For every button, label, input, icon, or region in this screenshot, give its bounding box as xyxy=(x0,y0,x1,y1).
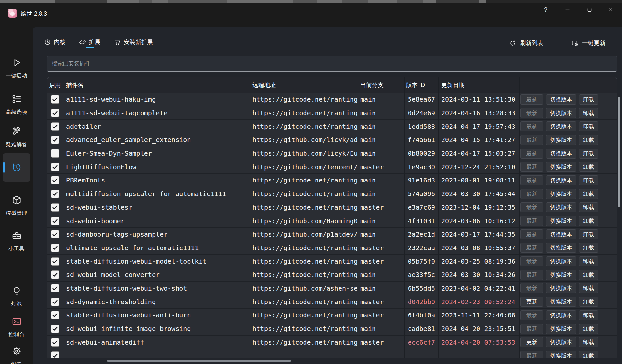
uninstall-button[interactable]: 卸载 xyxy=(579,149,598,159)
enable-checkbox[interactable] xyxy=(51,270,59,279)
latest-button[interactable]: 最新 xyxy=(520,216,543,226)
latest-button[interactable]: 最新 xyxy=(520,324,543,334)
refresh-list-button[interactable]: 刷新列表 xyxy=(509,37,543,49)
switch-version-button[interactable]: 切换版本 xyxy=(546,135,576,145)
sidebar-item-settings[interactable]: 设置 xyxy=(0,346,33,364)
enable-checkbox[interactable] xyxy=(51,95,59,104)
uninstall-button[interactable]: 卸载 xyxy=(579,351,598,358)
update-button[interactable]: 更新 xyxy=(520,337,543,347)
tab-extensions[interactable]: 扩展 xyxy=(79,36,100,48)
switch-version-button[interactable]: 切换版本 xyxy=(546,310,576,320)
sidebar-item-lightbulb[interactable]: 灯泡 xyxy=(0,286,33,307)
latest-button[interactable]: 最新 xyxy=(520,175,543,185)
uninstall-button[interactable]: 卸载 xyxy=(579,243,598,253)
uninstall-button[interactable]: 卸载 xyxy=(579,162,598,172)
switch-version-button[interactable]: 切换版本 xyxy=(546,189,576,199)
latest-button[interactable]: 最新 xyxy=(520,108,543,118)
latest-button[interactable]: 最新 xyxy=(520,243,543,253)
latest-button[interactable]: 最新 xyxy=(520,189,543,199)
uninstall-button[interactable]: 卸载 xyxy=(579,121,598,131)
switch-version-button[interactable]: 切换版本 xyxy=(546,202,576,212)
search-input[interactable] xyxy=(47,56,617,72)
latest-button[interactable]: 最新 xyxy=(520,162,543,172)
enable-checkbox[interactable] xyxy=(51,203,59,212)
uninstall-button[interactable]: 卸载 xyxy=(579,229,598,239)
enable-checkbox[interactable] xyxy=(51,311,59,319)
uninstall-button[interactable]: 卸载 xyxy=(579,189,598,199)
vertical-scrollbar-thumb[interactable] xyxy=(618,97,620,207)
switch-version-button[interactable]: 切换版本 xyxy=(546,149,576,159)
switch-version-button[interactable]: 切换版本 xyxy=(546,351,576,358)
enable-checkbox[interactable] xyxy=(51,257,59,266)
enable-checkbox[interactable] xyxy=(51,136,59,144)
latest-button[interactable]: 最新 xyxy=(520,351,543,358)
tab-kernel[interactable]: 内核 xyxy=(44,36,65,48)
switch-version-button[interactable]: 切换版本 xyxy=(546,229,576,239)
latest-button[interactable]: 最新 xyxy=(520,135,543,145)
titlebar[interactable]: 绘世 2.8.3 ? xyxy=(0,3,622,27)
switch-version-button[interactable]: 切换版本 xyxy=(546,324,576,334)
uninstall-button[interactable]: 卸载 xyxy=(579,216,598,226)
uninstall-button[interactable]: 卸载 xyxy=(579,297,598,307)
enable-checkbox[interactable] xyxy=(51,163,59,171)
latest-button[interactable]: 最新 xyxy=(520,310,543,320)
switch-version-button[interactable]: 切换版本 xyxy=(546,337,576,347)
enable-checkbox[interactable] xyxy=(51,338,59,347)
switch-version-button[interactable]: 切换版本 xyxy=(546,270,576,280)
uninstall-button[interactable]: 卸载 xyxy=(579,94,598,105)
close-button[interactable] xyxy=(603,4,618,16)
switch-version-button[interactable]: 切换版本 xyxy=(546,94,576,105)
uninstall-button[interactable]: 卸载 xyxy=(579,324,598,334)
switch-version-button[interactable]: 切换版本 xyxy=(546,108,576,118)
uninstall-button[interactable]: 卸载 xyxy=(579,135,598,145)
latest-button[interactable]: 最新 xyxy=(520,202,543,212)
switch-version-button[interactable]: 切换版本 xyxy=(546,216,576,226)
help-button[interactable]: ? xyxy=(538,4,553,16)
switch-version-button[interactable]: 切换版本 xyxy=(546,243,576,253)
sidebar-item-console[interactable]: 控制台 xyxy=(0,316,33,338)
switch-version-button[interactable]: 切换版本 xyxy=(546,256,576,266)
switch-version-button[interactable]: 切换版本 xyxy=(546,175,576,185)
enable-checkbox[interactable] xyxy=(51,109,59,117)
enable-checkbox[interactable] xyxy=(51,284,59,292)
horizontal-scrollbar-thumb[interactable] xyxy=(107,360,291,362)
enable-checkbox[interactable] xyxy=(51,217,59,225)
uninstall-button[interactable]: 卸载 xyxy=(579,310,598,320)
enable-checkbox[interactable] xyxy=(51,122,59,131)
enable-checkbox[interactable] xyxy=(51,176,59,184)
uninstall-button[interactable]: 卸载 xyxy=(579,337,598,347)
enable-checkbox[interactable] xyxy=(51,149,59,158)
switch-version-button[interactable]: 切换版本 xyxy=(546,297,576,307)
uninstall-button[interactable]: 卸载 xyxy=(579,108,598,118)
sidebar-item-quick-launch[interactable]: 一键启动 xyxy=(0,58,33,79)
uninstall-button[interactable]: 卸载 xyxy=(579,202,598,212)
switch-version-button[interactable]: 切换版本 xyxy=(546,162,576,172)
sidebar-item-troubleshooting[interactable]: 疑难解答 xyxy=(0,127,33,148)
latest-button[interactable]: 最新 xyxy=(520,229,543,239)
uninstall-button[interactable]: 卸载 xyxy=(579,270,598,280)
minimize-button[interactable] xyxy=(560,4,575,16)
sidebar-item-model-management[interactable]: 模型管理 xyxy=(0,195,33,217)
enable-checkbox[interactable] xyxy=(51,351,59,358)
tab-install-new-extension[interactable]: 安装新扩展 xyxy=(114,36,153,48)
latest-button[interactable]: 最新 xyxy=(520,121,543,131)
latest-button[interactable]: 最新 xyxy=(520,94,543,105)
uninstall-button[interactable]: 卸载 xyxy=(579,175,598,185)
enable-checkbox[interactable] xyxy=(51,298,59,306)
switch-version-button[interactable]: 切换版本 xyxy=(546,283,576,293)
sidebar-item-advanced-options[interactable]: 高级选项 xyxy=(0,94,33,116)
enable-checkbox[interactable] xyxy=(51,230,59,238)
latest-button[interactable]: 最新 xyxy=(520,270,543,280)
latest-button[interactable]: 最新 xyxy=(520,256,543,266)
latest-button[interactable]: 最新 xyxy=(520,283,543,293)
enable-checkbox[interactable] xyxy=(51,244,59,252)
sidebar-item-version-management[interactable] xyxy=(3,153,30,182)
uninstall-button[interactable]: 卸载 xyxy=(579,256,598,266)
uninstall-button[interactable]: 卸载 xyxy=(579,283,598,293)
enable-checkbox[interactable] xyxy=(51,325,59,333)
enable-checkbox[interactable] xyxy=(51,190,59,198)
update-button[interactable]: 更新 xyxy=(520,297,543,307)
switch-version-button[interactable]: 切换版本 xyxy=(546,121,576,131)
sidebar-item-small-tools[interactable]: 小工具 xyxy=(0,231,33,252)
maximize-button[interactable] xyxy=(582,4,597,16)
